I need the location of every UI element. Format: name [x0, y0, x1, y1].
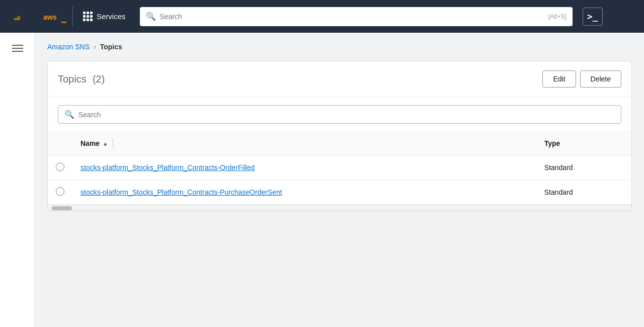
- nav-divider-1: [72, 7, 73, 27]
- row-radio-0[interactable]: [56, 162, 64, 171]
- topic-name-link[interactable]: stocks-platform_Stocks_Platform_Contract…: [80, 188, 282, 196]
- top-navigation: aws aws Services 🔍 [Alt+S] >_: [0, 0, 644, 33]
- row-select-cell[interactable]: [48, 155, 72, 180]
- hamburger-menu-button[interactable]: [8, 41, 27, 56]
- th-select: [48, 132, 72, 155]
- sidebar: [0, 33, 35, 327]
- breadcrumb: Amazon SNS › Topics: [47, 43, 632, 51]
- services-label: Services: [97, 12, 126, 21]
- row-type-cell: Standard: [536, 155, 631, 180]
- panel-title: Topics (2): [58, 72, 105, 86]
- panel-header: Topics (2) Edit Delete: [48, 61, 631, 97]
- grid-icon: [83, 12, 93, 21]
- panel-title-text: Topics: [58, 73, 87, 85]
- panel-actions: Edit Delete: [542, 70, 621, 88]
- delete-button[interactable]: Delete: [580, 70, 621, 88]
- row-select-cell[interactable]: [48, 180, 72, 205]
- aws-logo-area: aws: [39, 10, 70, 24]
- panel-search-inner: 🔍: [58, 105, 621, 124]
- search-icon: 🔍: [146, 12, 156, 21]
- horizontal-scrollbar[interactable]: [48, 205, 631, 211]
- breadcrumb-current: Topics: [100, 43, 122, 51]
- panel-search-area: 🔍: [48, 97, 631, 132]
- topics-table: Name ▲ Type stocks-pla: [48, 132, 631, 205]
- svg-text:aws: aws: [14, 17, 20, 20]
- aws-logo: aws: [6, 6, 39, 27]
- main-content: Amazon SNS › Topics Topics (2) Edit Dele…: [35, 33, 644, 327]
- hamburger-line-1: [12, 45, 23, 46]
- table-row: stocks-platform_Stocks_Platform_Contract…: [48, 180, 631, 205]
- breadcrumb-parent-link[interactable]: Amazon SNS: [47, 43, 90, 51]
- services-button[interactable]: Services: [75, 8, 134, 25]
- panel-count: (2): [93, 73, 105, 85]
- topics-table-container: Name ▲ Type stocks-pla: [48, 132, 631, 205]
- th-name-label: Name: [80, 139, 100, 147]
- row-name-cell: stocks-platform_Stocks_Platform_Contract…: [72, 155, 536, 180]
- hamburger-line-3: [12, 51, 23, 52]
- th-type: Type: [536, 132, 631, 155]
- edit-button[interactable]: Edit: [542, 70, 576, 88]
- breadcrumb-separator: ›: [94, 43, 96, 51]
- table-header-row: Name ▲ Type: [48, 132, 631, 155]
- row-name-cell: stocks-platform_Stocks_Platform_Contract…: [72, 180, 536, 205]
- table-row: stocks-platform_Stocks_Platform_Contract…: [48, 155, 631, 180]
- scrollbar-thumb: [52, 206, 72, 210]
- panel-search-icon: 🔍: [64, 110, 74, 119]
- hamburger-line-2: [12, 48, 23, 49]
- global-search-input[interactable]: [160, 13, 544, 21]
- topics-panel: Topics (2) Edit Delete 🔍: [47, 61, 632, 211]
- terminal-button[interactable]: >_: [583, 8, 603, 26]
- topic-name-link[interactable]: stocks-platform_Stocks_Platform_Contract…: [80, 164, 255, 172]
- svg-text:aws: aws: [43, 13, 57, 21]
- sort-asc-icon: ▲: [103, 141, 108, 146]
- search-shortcut-label: [Alt+S]: [548, 13, 567, 20]
- th-divider: [113, 138, 113, 148]
- row-radio-1[interactable]: [56, 187, 64, 196]
- row-type-cell: Standard: [536, 180, 631, 205]
- terminal-icon: >_: [587, 11, 598, 22]
- global-search-bar: 🔍 [Alt+S]: [140, 7, 573, 26]
- topics-search-input[interactable]: [78, 111, 615, 119]
- th-name[interactable]: Name ▲: [72, 132, 536, 155]
- th-type-label: Type: [544, 139, 560, 147]
